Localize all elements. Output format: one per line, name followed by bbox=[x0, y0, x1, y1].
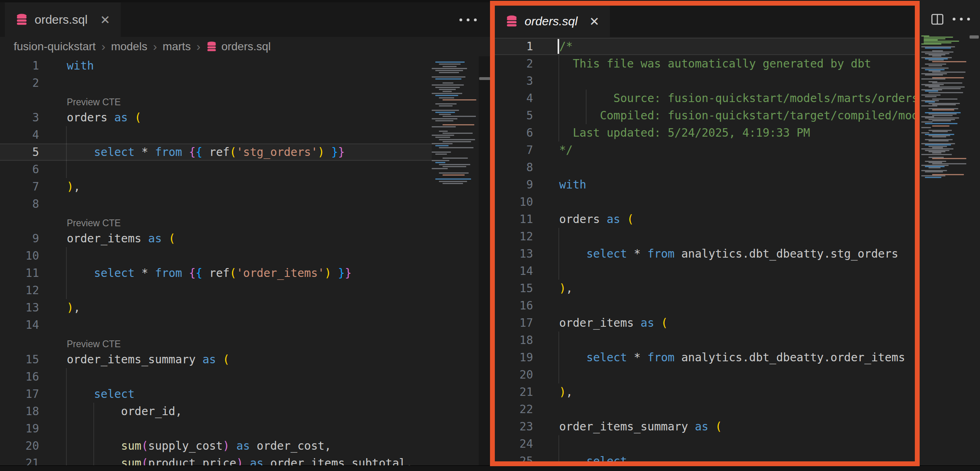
code-text: order_id, bbox=[67, 403, 182, 420]
chevron-right-icon: › bbox=[101, 40, 105, 53]
code-line[interactable]: 5 Compiled: fusion-quickstart/target/com… bbox=[495, 107, 915, 124]
minimap-line bbox=[443, 158, 468, 159]
line-number: 1 bbox=[495, 38, 533, 55]
code-line[interactable]: 19 bbox=[0, 420, 479, 437]
minimap-line bbox=[439, 97, 454, 98]
breadcrumb-item[interactable]: marts bbox=[163, 40, 191, 53]
minimap-line bbox=[435, 103, 457, 104]
tab-orders-sql-right[interactable]: orders.sql ✕ bbox=[495, 6, 610, 37]
code-text: order_items as ( bbox=[559, 314, 668, 332]
code-line[interactable]: 8 bbox=[495, 159, 915, 176]
left-overview-ruler-cursor[interactable] bbox=[479, 77, 490, 80]
code-line[interactable]: 16 bbox=[0, 368, 479, 385]
code-line[interactable]: 13), bbox=[0, 299, 479, 316]
line-number: 1 bbox=[0, 57, 39, 74]
code-line[interactable]: 1/* bbox=[495, 38, 915, 55]
code-line[interactable]: 9with bbox=[495, 176, 915, 193]
code-line[interactable]: 15), bbox=[495, 280, 915, 297]
minimap-line bbox=[443, 66, 457, 67]
code-line[interactable]: 24 bbox=[495, 435, 915, 453]
code-line[interactable]: 17 select bbox=[0, 385, 479, 403]
breadcrumb-item[interactable]: models bbox=[111, 40, 147, 53]
code-line[interactable]: 5 select * from {{ ref('stg_orders') }} bbox=[0, 143, 479, 161]
code-line[interactable]: 20 sum(supply_cost) as order_cost, bbox=[0, 437, 479, 455]
code-line[interactable]: 18 order_id, bbox=[0, 403, 479, 420]
minimap-line bbox=[929, 113, 957, 115]
right-tab-bar: orders.sql ✕ bbox=[495, 6, 915, 37]
minimap-line bbox=[439, 172, 469, 174]
left-editor-group: orders.sql ✕ fusion-quickstart›models›ma… bbox=[0, 2, 490, 465]
code-line[interactable]: 19 select * from analytics.dbt_dbeatty.o… bbox=[495, 349, 915, 366]
codelens-preview-cte[interactable]: Preview CTE bbox=[0, 213, 479, 230]
line-number: 11 bbox=[0, 264, 39, 282]
code-line[interactable]: 7), bbox=[0, 178, 479, 195]
code-line[interactable]: 12 bbox=[0, 282, 479, 299]
code-line[interactable]: 10 bbox=[0, 247, 479, 264]
code-line[interactable]: 10 bbox=[495, 193, 915, 211]
minimap-line bbox=[443, 116, 476, 117]
code-line[interactable]: 4 Source: fusion-quickstart/models/marts… bbox=[495, 90, 915, 107]
line-number: 14 bbox=[495, 262, 533, 280]
code-line[interactable]: 21), bbox=[495, 383, 915, 401]
code-line[interactable]: 8 bbox=[0, 195, 479, 213]
line-number: 8 bbox=[0, 195, 39, 213]
minimap-line bbox=[439, 89, 456, 90]
code-line[interactable]: 1with bbox=[0, 57, 479, 74]
code-line[interactable]: 6 bbox=[0, 161, 479, 178]
minimap-line bbox=[439, 72, 459, 73]
code-line[interactable]: 2 bbox=[0, 74, 479, 92]
minimap-line bbox=[443, 99, 476, 100]
code-line[interactable]: 14 bbox=[495, 262, 915, 280]
codelens-preview-cte[interactable]: Preview CTE bbox=[0, 92, 479, 109]
code-line[interactable]: 22 bbox=[495, 401, 915, 418]
left-minimap[interactable] bbox=[432, 59, 479, 192]
code-line[interactable]: 9order_items as ( bbox=[0, 230, 479, 247]
code-line[interactable]: 3orders as ( bbox=[0, 109, 479, 126]
code-line[interactable]: 11 select * from {{ ref('order_items') }… bbox=[0, 264, 479, 282]
right-minimap[interactable] bbox=[921, 35, 969, 184]
line-number: 23 bbox=[495, 418, 533, 435]
minimap-line bbox=[432, 118, 457, 119]
close-icon[interactable]: ✕ bbox=[589, 14, 599, 29]
minimap-line bbox=[929, 92, 963, 93]
split-editor-icon[interactable] bbox=[930, 12, 945, 27]
code-line[interactable]: 2 This file was automatically generated … bbox=[495, 55, 915, 72]
code-line[interactable]: 18 bbox=[495, 332, 915, 349]
code-line[interactable]: 4 bbox=[0, 126, 479, 143]
minimap-line bbox=[439, 139, 475, 140]
code-line[interactable]: 16 bbox=[495, 297, 915, 314]
code-line[interactable]: 23order_items_summary as ( bbox=[495, 418, 915, 435]
more-actions-icon[interactable] bbox=[953, 18, 970, 20]
minimap-line bbox=[929, 167, 941, 168]
code-line[interactable]: 14 bbox=[0, 316, 479, 334]
breadcrumb-item[interactable]: fusion-quickstart bbox=[14, 40, 96, 53]
code-line[interactable]: 13 select * from analytics.dbt_dbeatty.s… bbox=[495, 245, 915, 262]
close-icon[interactable]: ✕ bbox=[100, 13, 110, 27]
code-line[interactable]: 25 select bbox=[495, 453, 915, 461]
code-line[interactable]: 7*/ bbox=[495, 141, 915, 159]
indent-guide bbox=[66, 368, 67, 385]
left-code-editor[interactable]: 1with2Preview CTE3orders as (45 select *… bbox=[0, 56, 479, 468]
code-text: Source: fusion-quickstart/models/marts/o… bbox=[559, 90, 915, 107]
breadcrumb: fusion-quickstart›models›marts› orders.s… bbox=[0, 37, 490, 56]
code-line[interactable]: 6 Last updated: 5/24/2025, 4:19:33 PM bbox=[495, 124, 915, 141]
minimap-line bbox=[435, 145, 449, 146]
minimap-line bbox=[435, 70, 463, 71]
code-line[interactable]: 17order_items as ( bbox=[495, 314, 915, 332]
codelens-preview-cte[interactable]: Preview CTE bbox=[0, 334, 479, 351]
tab-orders-sql-left[interactable]: orders.sql ✕ bbox=[5, 2, 121, 37]
code-line[interactable]: 15order_items_summary as ( bbox=[0, 351, 479, 368]
more-actions-icon[interactable] bbox=[459, 18, 477, 21]
right-code-editor[interactable]: 1/*2 This file was automatically generat… bbox=[495, 37, 915, 461]
code-line[interactable]: 12 bbox=[495, 228, 915, 245]
minimap-line bbox=[435, 112, 455, 113]
code-line[interactable]: 11orders as ( bbox=[495, 211, 915, 228]
code-line[interactable]: 3 bbox=[495, 72, 915, 90]
database-file-icon bbox=[15, 13, 28, 26]
minimap-line bbox=[925, 171, 943, 172]
right-overview-ruler-cursor[interactable] bbox=[970, 35, 979, 39]
code-text: orders as ( bbox=[67, 109, 141, 126]
line-number: 4 bbox=[0, 126, 39, 143]
breadcrumb-item[interactable]: orders.sql bbox=[221, 40, 271, 53]
code-line[interactable]: 20 bbox=[495, 366, 915, 383]
